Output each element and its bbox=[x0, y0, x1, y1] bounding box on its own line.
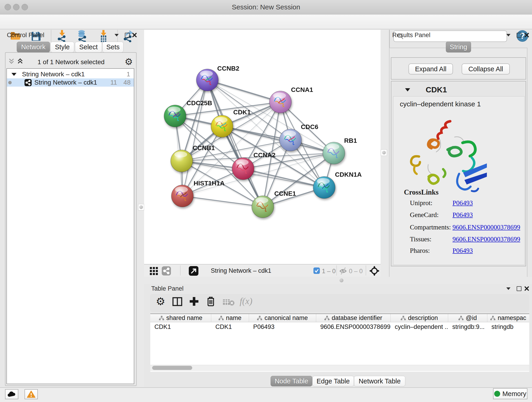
gene-section-expander-icon[interactable] bbox=[405, 88, 410, 91]
results-panel-menu-icon[interactable] bbox=[505, 32, 512, 38]
network-options-gear-icon[interactable]: ⚙ bbox=[125, 56, 133, 67]
gene-details: cyclin–dependent kinase 1 CrossLinks Un bbox=[393, 96, 525, 265]
table-scrollbar-thumb[interactable] bbox=[152, 366, 192, 370]
column-type-icon bbox=[458, 316, 463, 320]
table-panel-close-icon[interactable] bbox=[523, 285, 531, 292]
column-header-database-identifier[interactable]: database identifier bbox=[316, 314, 391, 322]
network-tree: String Network – cdk1 1 String Network –… bbox=[6, 68, 134, 384]
crosslink-label: Tissues: bbox=[410, 235, 431, 243]
hidden-counts: 0 – 0 bbox=[349, 268, 363, 275]
column-header-description[interactable]: description bbox=[391, 314, 448, 322]
column-type-icon bbox=[324, 316, 329, 320]
crosslink-tissues-link[interactable]: 9606.ENSP00000378699 bbox=[452, 235, 520, 243]
network-edge[interactable] bbox=[243, 169, 324, 187]
table-panel-float-icon[interactable] bbox=[515, 285, 523, 292]
network-graph[interactable]: CCNB2CCNA1CDC25BCDK1CDC6RB1CCNB1CCNA2CDK… bbox=[144, 30, 380, 264]
column-header-canonical-name[interactable]: canonical name bbox=[249, 314, 316, 322]
network-node-RB1[interactable] bbox=[323, 142, 345, 164]
network-node-HIST1H1A[interactable] bbox=[171, 185, 193, 207]
table-gear-icon[interactable]: ⚙ bbox=[156, 295, 165, 307]
control-panel-menu-icon[interactable] bbox=[113, 32, 120, 38]
add-column-button[interactable] bbox=[189, 296, 199, 307]
network-edge[interactable] bbox=[207, 80, 263, 207]
tab-sets[interactable]: Sets bbox=[102, 42, 123, 52]
network-row-selected[interactable]: String Network – cdk1 11 48 bbox=[7, 78, 134, 87]
show-columns-button[interactable] bbox=[172, 297, 182, 307]
control-panel-float-icon[interactable] bbox=[123, 32, 131, 38]
table-horizontal-scrollbar[interactable] bbox=[150, 365, 529, 371]
network-edge[interactable] bbox=[207, 80, 280, 102]
tab-edge-table[interactable]: Edge Table bbox=[312, 376, 354, 386]
network-node-CCNE1[interactable] bbox=[252, 196, 274, 218]
network-node-CCNB2[interactable] bbox=[196, 69, 218, 91]
left-splitter-handle[interactable] bbox=[138, 204, 144, 211]
network-node-label: CCNB2 bbox=[217, 65, 239, 72]
network-node-CCNA1[interactable] bbox=[269, 91, 291, 113]
results-panel-close-icon[interactable] bbox=[523, 32, 531, 38]
warning-icon bbox=[27, 390, 36, 398]
expand-all-button[interactable]: Expand All bbox=[409, 64, 453, 75]
network-node-label: RB1 bbox=[344, 137, 357, 144]
trash-icon bbox=[206, 296, 215, 307]
cell-name: CDK1 bbox=[211, 322, 249, 331]
tab-node-table[interactable]: Node Table bbox=[271, 376, 312, 386]
crosslink-label: Uniprot: bbox=[410, 199, 432, 207]
network-node-label: CCNA1 bbox=[291, 86, 313, 93]
tab-network-table[interactable]: Network Table bbox=[354, 376, 405, 386]
right-splitter-handle[interactable] bbox=[381, 149, 387, 156]
cloud-button[interactable] bbox=[5, 389, 18, 399]
open-external-icon bbox=[189, 266, 198, 276]
collapse-all-button[interactable]: Collapse All bbox=[462, 64, 510, 75]
column-header-namespace[interactable]: namespac bbox=[487, 314, 529, 322]
crosslink-pharos-link[interactable]: P06493 bbox=[452, 247, 473, 254]
network-selection-status: 1 of 1 Network selected bbox=[30, 58, 112, 66]
expand-all-networks-button[interactable] bbox=[17, 58, 23, 65]
network-node-CDKN1A[interactable] bbox=[313, 177, 335, 198]
horizontal-splitter[interactable] bbox=[144, 277, 532, 284]
network-node-CCNA2[interactable] bbox=[232, 158, 254, 180]
network-status-dot-icon bbox=[8, 81, 12, 84]
crosslink-genecard-link[interactable]: P06493 bbox=[452, 211, 473, 219]
tab-style[interactable]: Style bbox=[51, 42, 74, 52]
network-canvas[interactable]: CCNB2CCNA1CDC25BCDK1CDC6RB1CCNB1CCNA2CDK… bbox=[144, 30, 380, 264]
tab-network[interactable]: Network bbox=[17, 42, 50, 52]
grid-view-button[interactable] bbox=[149, 267, 158, 276]
delete-table-button-disabled[interactable] bbox=[223, 298, 234, 307]
network-row-label: String Network – cdk1 bbox=[34, 79, 97, 86]
table-panel-menu-icon[interactable] bbox=[505, 285, 512, 292]
collapse-all-networks-button[interactable] bbox=[8, 58, 15, 65]
collection-count: 1 bbox=[127, 70, 130, 78]
control-panel-close-icon[interactable] bbox=[131, 32, 138, 38]
network-node-label: CDK1 bbox=[233, 109, 251, 116]
crosslink-label: Compartments: bbox=[410, 223, 451, 231]
results-panel-float-icon[interactable] bbox=[515, 32, 523, 38]
apply-function-button[interactable]: f(x) bbox=[240, 296, 253, 306]
crosslink-uniprot-link[interactable]: P06493 bbox=[452, 199, 473, 207]
collection-expander-icon[interactable] bbox=[12, 73, 17, 76]
warnings-button[interactable] bbox=[25, 389, 38, 399]
detach-view-button[interactable] bbox=[189, 266, 198, 277]
crosslink-compartments-link[interactable]: 9606.ENSP00000378699 bbox=[452, 223, 520, 231]
delete-column-button[interactable] bbox=[206, 296, 215, 307]
network-node-label: CCNA2 bbox=[253, 152, 275, 159]
table-row[interactable]: CDK1 CDK1 P06493 9606.ENSP00000378699 cy… bbox=[150, 322, 529, 331]
column-header-id[interactable]: @id bbox=[448, 314, 487, 322]
selected-counts: 1 – 0 bbox=[322, 268, 336, 275]
network-overview-button[interactable] bbox=[162, 266, 171, 276]
memory-button[interactable]: Memory bbox=[493, 388, 527, 399]
column-header-shared-name[interactable]: shared name bbox=[150, 314, 211, 322]
network-edge-count: 48 bbox=[123, 79, 131, 86]
birds-eye-crosshair-button[interactable] bbox=[369, 266, 380, 277]
network-node-CCNB1[interactable] bbox=[171, 150, 193, 172]
column-header-name[interactable]: name bbox=[211, 314, 249, 322]
network-edge[interactable] bbox=[182, 196, 263, 207]
selected-count-checkbox[interactable] bbox=[313, 268, 320, 275]
network-node-CDK1[interactable] bbox=[211, 115, 233, 137]
tab-select[interactable]: Select bbox=[75, 42, 102, 52]
network-node-CDC25B[interactable] bbox=[164, 105, 186, 127]
network-node-CDC6[interactable] bbox=[279, 129, 302, 151]
table-header-row: shared name name canonical name database… bbox=[150, 313, 529, 322]
results-tab-string[interactable]: String bbox=[446, 41, 471, 52]
network-collection-row[interactable]: String Network – cdk1 1 bbox=[7, 70, 134, 78]
horizontal-splitter-handle[interactable] bbox=[340, 279, 343, 282]
